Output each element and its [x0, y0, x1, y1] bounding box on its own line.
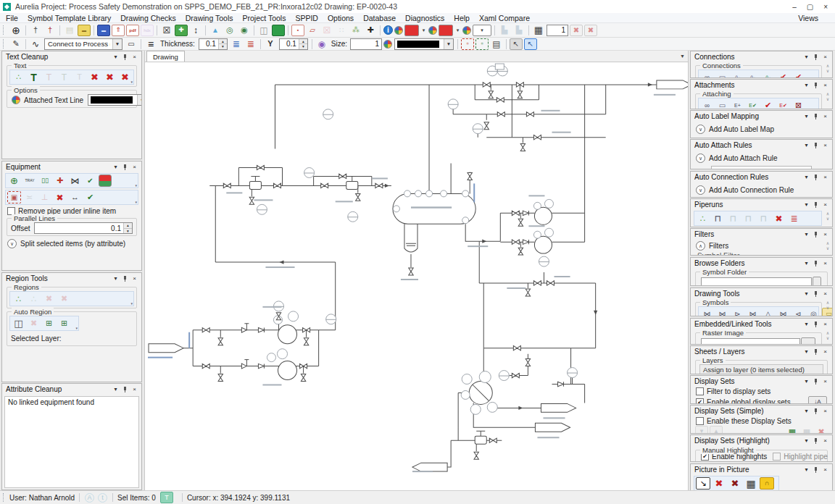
valve-check-icon[interactable]: ⊳	[731, 308, 744, 316]
draw-piperun-icon[interactable]: ∴	[696, 212, 710, 224]
expander-icon[interactable]: ∨	[696, 125, 705, 134]
enable-global-display-sets-checkbox[interactable]: ✔ Enable global display sets	[696, 398, 791, 405]
panel-pin-icon[interactable]	[811, 348, 821, 356]
add-auto-connection-rule-expander[interactable]: ∨ Add Auto Connection Rule	[696, 185, 827, 195]
connect-segment-icon[interactable]: ∿	[746, 71, 760, 78]
read-book-icon[interactable]: ◫	[12, 317, 25, 329]
panel-pin-icon[interactable]	[120, 274, 130, 283]
vessel-symbol[interactable]	[393, 190, 475, 252]
delete-piperun-icon[interactable]: ✖	[772, 212, 786, 224]
tab-list-button[interactable]: ▼	[680, 54, 685, 59]
valve-angle-icon[interactable]: ⊲	[792, 308, 805, 316]
link-nodes-icon[interactable]: ⁂	[349, 25, 362, 36]
panel-close-icon[interactable]: ×	[821, 173, 830, 182]
valve-relief-icon[interactable]: △	[761, 308, 775, 316]
panel-menu-icon[interactable]: ▾	[802, 141, 811, 150]
search-drawing-icon[interactable]: ◎	[223, 25, 236, 36]
line-thickness-icon[interactable]: ≡	[144, 38, 157, 50]
drawing-canvas[interactable]	[145, 62, 688, 490]
panel-scroll[interactable]: ∧∨	[824, 64, 831, 74]
auto-region-add-all-icon[interactable]: ⊞	[57, 317, 71, 329]
line-color-swatch[interactable]	[404, 25, 419, 36]
info-icon[interactable]: i	[383, 25, 393, 35]
close-button[interactable]: ×	[823, 3, 828, 11]
dash-region-red-icon[interactable]: ▫	[461, 38, 474, 50]
panel-menu-icon[interactable]: ▾	[111, 385, 120, 394]
pin-icon[interactable]: †	[29, 25, 42, 36]
instrument-icon[interactable]: ◎	[807, 308, 821, 316]
delete-piperun-list-icon[interactable]: ≣	[787, 212, 801, 224]
pipe-ends-icon[interactable]: ▭	[125, 38, 138, 50]
panel-menu-icon[interactable]: ▾	[802, 112, 811, 121]
color-sphere-3-icon[interactable]	[462, 26, 471, 35]
color-sphere-2-icon[interactable]	[428, 26, 437, 35]
menu-item[interactable]: Drawing Checks	[120, 14, 175, 22]
panel-pin-icon[interactable]	[811, 112, 821, 121]
panel-pin-icon[interactable]	[811, 466, 821, 474]
menu-item[interactable]: Project Tools	[243, 14, 286, 22]
valve-control-icon[interactable]: ⋈	[776, 308, 790, 316]
panel-pin-icon[interactable]	[120, 53, 130, 62]
database-icon[interactable]: ▬	[78, 25, 91, 36]
delete-all-text-icon[interactable]: ✖	[118, 71, 132, 83]
panel-pin-icon[interactable]	[120, 385, 130, 394]
panel-pin-icon[interactable]	[811, 320, 821, 329]
selection-filter-icon[interactable]: T	[160, 492, 173, 503]
panel-pin-icon[interactable]	[811, 81, 821, 90]
nozzle-icon[interactable]: ✚	[53, 175, 67, 187]
panel-close-icon[interactable]: ×	[821, 230, 830, 239]
recent-style-combo[interactable]: ▾	[473, 25, 491, 36]
strip-overflow-icon[interactable]: ▾	[130, 301, 133, 306]
valve-ball-icon[interactable]: ⋈	[746, 308, 760, 316]
menu-item[interactable]: Diagnostics	[405, 14, 444, 22]
valve-gate-icon[interactable]: ⋈	[700, 308, 714, 316]
fill-color-swatch[interactable]	[439, 25, 453, 36]
strip-overflow-icon[interactable]: ▾	[135, 183, 137, 188]
pip-grid-icon[interactable]: ▦	[744, 477, 758, 490]
panel-scroll[interactable]: ∧∨	[824, 331, 831, 341]
assign-to-layer-button[interactable]: Assign to layer (0 items selected)	[699, 364, 823, 374]
tray-icon[interactable]: TRAY	[22, 175, 37, 187]
panel-pin-icon[interactable]	[811, 259, 821, 268]
connect-line-icon[interactable]: ∿	[731, 71, 744, 78]
panel-scroll[interactable]: ∧∨	[824, 92, 831, 102]
panel-menu-icon[interactable]: ▾	[111, 163, 120, 172]
toolbar-grip[interactable]	[3, 25, 6, 35]
panel-menu-icon[interactable]: ▾	[111, 274, 120, 283]
combo-caret-icon[interactable]: ▼	[444, 39, 453, 49]
symbol-folder-browse-button[interactable]	[813, 277, 821, 286]
filter-to-display-sets-checkbox[interactable]: Filter to display sets	[696, 387, 827, 395]
panel-menu-icon[interactable]: ▾	[802, 290, 811, 298]
panel-close-icon[interactable]: ×	[130, 385, 139, 394]
spin-down-icon[interactable]: ▾	[219, 44, 227, 49]
grid-clear-icon[interactable]: ✖	[570, 25, 583, 36]
panel-close-icon[interactable]: ×	[821, 320, 830, 329]
pump-add-icon[interactable]: ⊕	[7, 175, 21, 187]
equipment-colors-icon[interactable]	[99, 175, 112, 187]
expander-icon[interactable]: ∨	[7, 239, 17, 248]
attach-label-add-icon[interactable]: E+	[731, 99, 744, 109]
split-items-expander[interactable]: ∨ Split selected items (by attribute)	[7, 239, 136, 248]
panel-close-icon[interactable]: ×	[821, 81, 830, 90]
menu-item[interactable]: Help	[454, 14, 470, 22]
symbol-folder-input[interactable]	[701, 277, 812, 286]
panel-close-icon[interactable]: ×	[821, 377, 830, 386]
panel-menu-icon[interactable]: ▾	[802, 466, 811, 474]
connect-equipment-icon[interactable]: ▭	[715, 71, 729, 78]
panel-pin-icon[interactable]	[811, 141, 821, 150]
region-point-icon[interactable]: ▪	[291, 25, 304, 36]
delete-text-icon[interactable]: ✖	[88, 71, 101, 83]
add-auto-label-map-expander[interactable]: ∨ Add Auto Label Map	[696, 125, 827, 134]
panel-scroll[interactable]: ∧∨	[824, 301, 831, 311]
color-sphere-1-icon[interactable]	[394, 26, 403, 35]
pip-toggle-icon[interactable]: ↘	[696, 477, 710, 490]
panel-menu-icon[interactable]: ▾	[802, 230, 811, 239]
panel-close-icon[interactable]: ×	[821, 348, 830, 356]
line-color-combo[interactable]: ▼	[394, 38, 454, 50]
panel-menu-icon[interactable]: ▾	[802, 320, 811, 329]
piperun-icon[interactable]: ⊓	[711, 212, 725, 224]
checkbox-box[interactable]	[696, 417, 704, 425]
apply-thickness-blue-icon[interactable]: ≣	[230, 38, 243, 50]
inline-region-icon[interactable]: ▣	[7, 191, 21, 203]
strip-overflow-icon[interactable]: ▾	[135, 200, 137, 204]
